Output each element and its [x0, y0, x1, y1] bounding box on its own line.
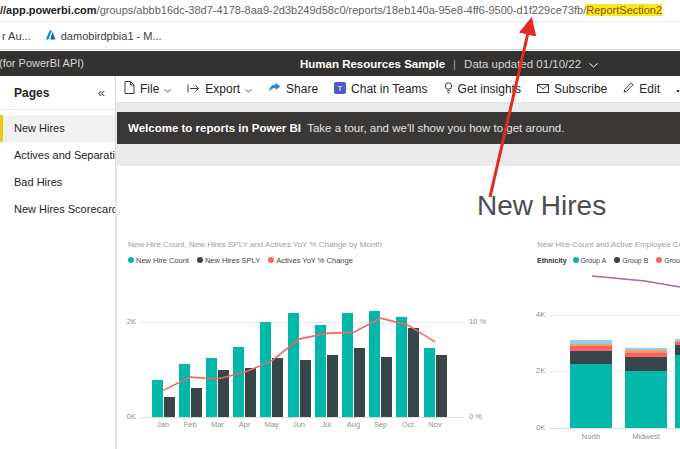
stacked-bar-segment-north-2[interactable]	[570, 346, 612, 351]
month-label-sep: Sep	[367, 420, 395, 429]
stacked-bar-segment-midwest-2[interactable]	[625, 353, 667, 357]
sidebar-item-new-hires[interactable]: New Hires	[0, 115, 115, 142]
bar-new-hire-count-jun[interactable]	[288, 313, 299, 417]
export-icon	[187, 82, 200, 96]
chevron-down-icon[interactable]	[589, 58, 598, 70]
stacked-bar-segment-north-3[interactable]	[570, 344, 612, 346]
sidebar-item-new-hires-scorecard[interactable]: New Hires Scorecard	[0, 196, 115, 223]
bar-new-hire-count-jul[interactable]	[315, 325, 326, 417]
stacked-bar-segment-bar3-1[interactable]	[675, 345, 680, 355]
file-icon	[124, 81, 135, 97]
share-icon	[268, 82, 281, 96]
bar-new-hires-sply-oct[interactable]	[408, 328, 419, 417]
welcome-banner-bold: Welcome to reports in Power BI	[128, 122, 301, 134]
region-label-north: North	[570, 432, 612, 441]
region-label-midwest: Midwest	[625, 432, 667, 441]
stacked-bar-segment-bar3-0[interactable]	[675, 355, 680, 428]
bar-new-hires-sply-aug[interactable]	[354, 348, 365, 417]
bookmark-item-azure[interactable]: damobirdpbia1 - M...	[45, 30, 162, 42]
more-options-button[interactable]	[676, 82, 680, 96]
stacked-bar-segment-bar3-4[interactable]	[675, 339, 680, 340]
bar-new-hire-count-feb[interactable]	[179, 364, 190, 417]
bar-new-hire-count-nov[interactable]	[424, 348, 435, 417]
y-axis-tick-2k: 2K	[536, 366, 550, 375]
bar-new-hire-count-may[interactable]	[260, 322, 271, 417]
edit-button[interactable]: Edit	[623, 82, 660, 96]
pencil-icon	[623, 82, 634, 96]
stacked-bar-segment-midwest-1[interactable]	[625, 357, 667, 371]
charts-layer: 0K2K0 %10 %JanFebMarAprMayJunJulAugSepOc…	[117, 166, 680, 449]
chevron-down-icon	[164, 82, 171, 96]
export-menu-button[interactable]: Export	[187, 82, 252, 96]
month-label-may: May	[258, 420, 286, 429]
sidebar-item-bad-hires[interactable]: Bad Hires	[0, 169, 115, 196]
stacked-bar-segment-midwest-0[interactable]	[625, 371, 667, 428]
teams-icon: T	[334, 82, 346, 97]
stacked-bar-segment-bar3-3[interactable]	[675, 341, 680, 342]
gridline-2k	[140, 322, 464, 323]
report-page[interactable]: New Hires New Hire Count, New Hires SPLY…	[117, 166, 680, 449]
month-label-jun: Jun	[285, 420, 313, 429]
report-title: Human Resources Sample	[300, 58, 445, 70]
bar-new-hire-count-oct[interactable]	[396, 317, 407, 417]
stacked-bar-segment-north-1[interactable]	[570, 351, 612, 364]
url-bar[interactable]: //app.powerbi.com/groups/abbb16dc-38d7-4…	[0, 0, 680, 22]
welcome-banner-text: Take a tour, and we'll show you how to g…	[307, 122, 564, 134]
bar-new-hires-sply-jan[interactable]	[164, 397, 175, 417]
data-updated-text[interactable]: Data updated 01/10/22	[464, 58, 581, 70]
stacked-bar-segment-midwest-4[interactable]	[625, 348, 667, 351]
y-axis-tick-4k: 4K	[536, 310, 550, 319]
stacked-bar-segment-north-4[interactable]	[570, 340, 612, 344]
sidebar-item-actives-and-separations[interactable]: Actives and Separations	[0, 142, 115, 169]
report-toolbar: File Export Share T Chat in Teams Get in…	[116, 76, 680, 103]
month-label-apr: Apr	[231, 420, 259, 429]
bar-new-hires-sply-mar[interactable]	[218, 370, 229, 417]
bar-new-hires-sply-feb[interactable]	[191, 388, 202, 417]
x-axis-line	[549, 428, 680, 429]
gridline-4k	[549, 315, 680, 316]
pages-sidebar: Pages « New HiresActives and Separations…	[0, 76, 116, 449]
collapse-sidebar-icon[interactable]: «	[98, 85, 105, 100]
bar-new-hires-sply-may[interactable]	[272, 358, 283, 417]
y-axis-tick-0k: 0K	[121, 412, 136, 421]
bookmark-label: damobirdpbia1 - M...	[61, 30, 162, 42]
pages-title: Pages	[14, 86, 49, 100]
bookmarks-bar: r Au... damobirdpbia1 - M...	[0, 22, 680, 50]
month-label-feb: Feb	[176, 420, 204, 429]
bar-new-hires-sply-sep[interactable]	[381, 357, 392, 417]
bar-new-hires-sply-apr[interactable]	[245, 368, 256, 417]
y2-axis-tick-10: 10 %	[469, 317, 495, 326]
url-highlight: ReportSection2	[586, 4, 662, 16]
bar-new-hire-count-mar[interactable]	[206, 358, 217, 417]
url-domain: //app.powerbi.com	[0, 4, 97, 16]
bar-new-hires-sply-jul[interactable]	[327, 355, 338, 417]
stacked-bar-segment-midwest-3[interactable]	[625, 350, 667, 352]
bar-new-hire-count-jan[interactable]	[152, 380, 163, 417]
bar-new-hire-count-apr[interactable]	[233, 347, 244, 417]
url-path: /groups/abbb16dc-38d7-4178-8aa9-2d3b249d…	[97, 4, 587, 16]
y2-axis-tick-0: 0 %	[469, 412, 495, 421]
bar-new-hire-count-aug[interactable]	[342, 313, 353, 417]
app-header-bar: (for PowerBI API) Human Resources Sample…	[0, 51, 680, 76]
bar-new-hires-sply-nov[interactable]	[436, 355, 447, 417]
file-menu-button[interactable]: File	[124, 81, 171, 97]
bar-new-hire-count-sep[interactable]	[369, 311, 380, 417]
month-label-oct: Oct	[394, 420, 422, 429]
share-button[interactable]: Share	[268, 82, 318, 96]
azure-icon	[45, 30, 56, 42]
stacked-bar-segment-north-0[interactable]	[570, 364, 612, 428]
chat-in-teams-button[interactable]: T Chat in Teams	[334, 82, 427, 97]
month-label-nov: Nov	[421, 420, 449, 429]
month-label-jul: Jul	[312, 420, 340, 429]
subscribe-button[interactable]: Subscribe	[537, 82, 607, 96]
get-insights-button[interactable]: Get insights	[444, 82, 521, 97]
report-header: Human Resources Sample | Data updated 01…	[300, 51, 598, 76]
y-axis-tick-2k: 2K	[121, 317, 136, 326]
bookmark-item[interactable]: r Au...	[2, 30, 31, 42]
bar-new-hires-sply-jun[interactable]	[300, 360, 311, 417]
svg-text:T: T	[338, 84, 343, 93]
more-icon	[676, 82, 680, 96]
stacked-bar-segment-bar3-2[interactable]	[675, 342, 680, 345]
pages-list: New HiresActives and SeparationsBad Hire…	[0, 110, 115, 223]
lightbulb-icon	[444, 82, 453, 97]
